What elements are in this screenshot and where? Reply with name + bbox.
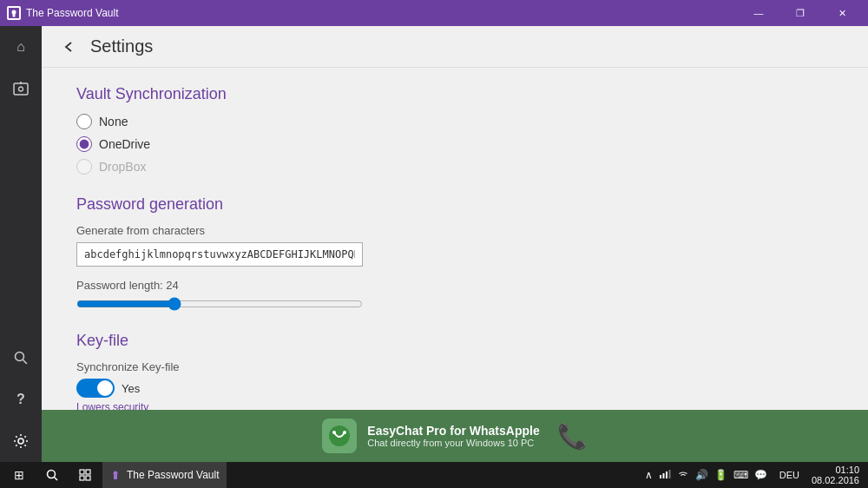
svg-line-13 (55, 478, 58, 481)
keyfile-sync-label: Synchronize Key-file (76, 360, 833, 373)
chars-input[interactable] (76, 242, 363, 267)
task-view-button[interactable] (69, 462, 101, 488)
keyfile-toggle[interactable] (76, 379, 115, 398)
ad-subtitle: Chat directly from your Windows 10 PC (367, 438, 539, 448)
svg-rect-20 (660, 475, 661, 478)
sync-radio-group: None OneDrive DropBox (76, 114, 833, 175)
ad-title: EasyChat Pro for WhatsApple (367, 424, 539, 438)
svg-rect-3 (14, 83, 28, 95)
keyfile-title: Key-file (76, 332, 833, 350)
sidebar-item-settings[interactable] (0, 420, 42, 462)
password-length-slider[interactable] (76, 297, 363, 311)
svg-rect-17 (86, 476, 90, 480)
ad-phone-icon: 📞 (557, 422, 588, 451)
close-button[interactable]: ✕ (823, 0, 861, 26)
taskbar: ⊞ The Password Vault ∧ 🔊 🔋 ⌨ 💬 DEU (0, 462, 868, 488)
svg-rect-19 (114, 475, 117, 479)
sidebar-item-home[interactable]: ⌂ (0, 26, 42, 68)
toggle-thumb (97, 380, 113, 396)
sidebar: ⌂ ? (0, 26, 42, 462)
slider-container (76, 297, 833, 311)
svg-point-4 (19, 87, 23, 91)
page-title: Settings (90, 36, 153, 56)
svg-rect-2 (13, 14, 16, 17)
restore-button[interactable]: ❐ (781, 0, 819, 26)
sync-onedrive-label[interactable]: OneDrive (99, 137, 150, 151)
svg-rect-23 (668, 470, 670, 478)
svg-rect-16 (80, 476, 84, 480)
sync-dropbox-item: DropBox (76, 159, 833, 175)
title-bar-text: The Password Vault (26, 7, 119, 19)
svg-point-8 (18, 439, 23, 444)
app-header: Settings (42, 26, 868, 68)
sync-none-radio[interactable] (76, 114, 92, 129)
svg-rect-22 (666, 472, 667, 478)
tray-chevron[interactable]: ∧ (643, 469, 654, 481)
content-area: Settings Vault Synchronization None OneD… (42, 26, 868, 462)
taskbar-time: 01:10 (812, 465, 859, 475)
vault-sync-section: Vault Synchronization None OneDrive Drop… (76, 85, 833, 175)
title-bar: The Password Vault — ❐ ✕ (0, 0, 868, 26)
wifi-icon (675, 468, 691, 483)
start-button[interactable]: ⊞ (3, 462, 35, 488)
sidebar-item-help[interactable]: ? (0, 379, 42, 420)
keyfile-section: Key-file Synchronize Key-file Yes Lowers… (76, 332, 833, 410)
svg-rect-21 (662, 473, 664, 478)
svg-rect-5 (20, 82, 22, 84)
taskbar-datetime: 01:10 08.02.2016 (806, 465, 865, 485)
sync-dropbox-label: DropBox (99, 160, 146, 174)
chars-label: Generate from characters (76, 224, 833, 237)
minimize-button[interactable]: — (740, 0, 778, 26)
sync-onedrive-radio[interactable] (76, 136, 92, 152)
taskbar-left: ⊞ The Password Vault (3, 462, 227, 488)
title-bar-controls: — ❐ ✕ (740, 0, 861, 26)
network-icon (657, 468, 673, 483)
taskbar-app-label: The Password Vault (127, 469, 220, 481)
svg-point-11 (343, 431, 346, 434)
ad-icon (322, 419, 357, 453)
svg-point-10 (332, 431, 336, 434)
vault-sync-title: Vault Synchronization (76, 85, 833, 103)
sidebar-item-search[interactable] (0, 337, 42, 379)
svg-point-12 (48, 471, 56, 478)
notification-icon: 💬 (753, 469, 769, 481)
language-badge: DEU (776, 470, 803, 480)
settings-content: Vault Synchronization None OneDrive Drop… (42, 68, 868, 410)
title-bar-left: The Password Vault (7, 6, 119, 20)
search-button[interactable] (36, 462, 68, 488)
taskbar-right: ∧ 🔊 🔋 ⌨ 💬 DEU 01:10 08.02.2016 (640, 465, 865, 485)
svg-point-6 (16, 353, 24, 361)
svg-rect-15 (86, 470, 90, 474)
sidebar-item-vault[interactable] (0, 68, 42, 109)
sync-onedrive-item: OneDrive (76, 136, 833, 152)
ad-banner[interactable]: EasyChat Pro for WhatsApple Chat directl… (42, 410, 868, 462)
sync-none-label[interactable]: None (99, 115, 128, 129)
password-gen-section: Password generation Generate from charac… (76, 195, 833, 311)
svg-point-18 (114, 472, 118, 476)
sync-none-item: None (76, 114, 833, 129)
sync-dropbox-radio[interactable] (76, 159, 92, 175)
tray-icons: ∧ 🔊 🔋 ⌨ 💬 (640, 468, 773, 483)
security-warning[interactable]: Lowers security (76, 401, 833, 410)
toggle-row: Yes (76, 379, 833, 398)
ad-text-block: EasyChat Pro for WhatsApple Chat directl… (367, 424, 539, 448)
taskbar-app-item[interactable]: The Password Vault (102, 462, 227, 488)
taskbar-date: 08.02.2016 (812, 475, 859, 485)
password-gen-title: Password generation (76, 195, 833, 214)
toggle-yes-label: Yes (122, 382, 140, 395)
password-length-label: Password length: 24 (76, 279, 833, 292)
volume-icon: 🔊 (694, 469, 710, 481)
keyboard-icon: ⌨ (732, 469, 750, 481)
app-body: ⌂ ? Settings Vault Synchronization (0, 26, 868, 462)
svg-line-7 (23, 360, 28, 365)
app-icon (7, 6, 21, 20)
back-button[interactable] (56, 33, 83, 61)
battery-icon: 🔋 (713, 469, 729, 481)
svg-rect-14 (80, 470, 84, 474)
